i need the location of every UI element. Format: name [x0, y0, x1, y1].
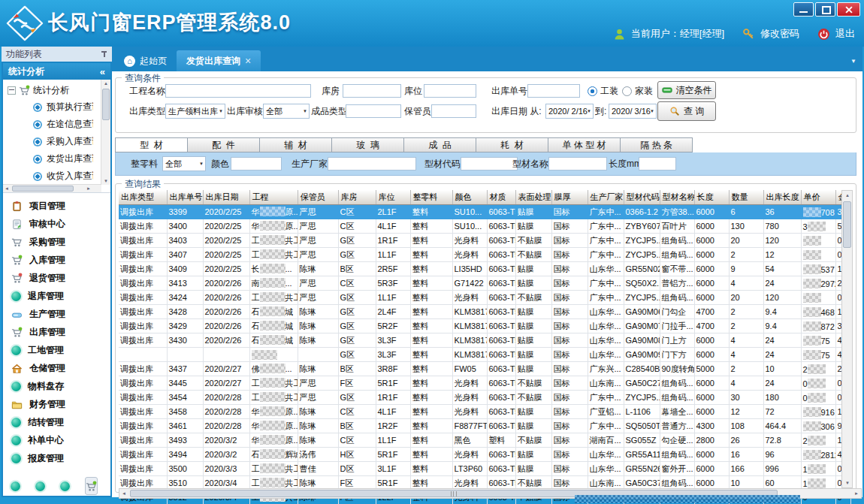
audit-select[interactable]: 全部	[263, 104, 310, 119]
sidebar-menu-item[interactable]: 结转管理	[3, 413, 110, 431]
column-header-whole[interactable]: 整零料	[410, 190, 452, 205]
column-header-project[interactable]: 工程	[249, 190, 298, 205]
clear-conditions-button[interactable]: 清空条件	[657, 81, 716, 99]
sidebar-menu-item[interactable]: 退库管理	[3, 287, 110, 305]
circle-icon[interactable]	[60, 481, 70, 491]
collapse-icon[interactable]	[100, 66, 105, 77]
tree-item[interactable]: 预算执行查询	[3, 98, 110, 116]
sidebar-menu-item[interactable]: 生产管理	[3, 305, 110, 323]
table-row[interactable]: 调拨出库34072020/2/25工共工程严思G区1L1F整料光身料6063-T…	[119, 248, 850, 262]
sidebar-menu-item[interactable]: 采购管理	[3, 233, 110, 251]
location-input[interactable]	[424, 84, 476, 98]
material-tab[interactable]: 玻 璃	[331, 137, 404, 152]
column-header-maker[interactable]: 生产厂家	[588, 190, 624, 205]
table-row[interactable]: 调拨出库34942020/3/2石辉城汤伟H区5R1F整料光身料6063-T5贴…	[119, 448, 850, 462]
stats-shortcut-button[interactable]	[85, 477, 98, 495]
tree-item[interactable]: 收货入库查询	[3, 167, 110, 185]
column-header-date[interactable]: 出库日期	[203, 190, 249, 205]
maximize-button[interactable]	[815, 2, 835, 17]
code-input[interactable]	[461, 157, 518, 171]
table-row[interactable]: 调拨出库34932020/3/2华原...陈琳C区1L1F整料黑色塑料不贴膜国标…	[119, 433, 850, 448]
column-header-wh[interactable]: 库房	[338, 190, 376, 205]
sidebar-menu-item[interactable]: 补单中心	[3, 431, 110, 449]
column-header-keeper[interactable]: 保管员	[298, 190, 338, 205]
tree-expand-icon[interactable]	[8, 86, 16, 95]
material-tab[interactable]: 隔 热 条	[620, 137, 693, 152]
logout-link[interactable]: 退出	[835, 27, 855, 41]
table-row[interactable]: G区3L3F整料KLM38176063-T5贴膜国标山东华...GA90M09.…	[119, 348, 850, 362]
close-button[interactable]	[837, 2, 860, 17]
sidebar-menu-item[interactable]: 报废管理	[3, 449, 110, 467]
table-row[interactable]: 调拨出库34582020/2/28华原...陈琳C区4L1F整料光身料6063-…	[119, 405, 850, 419]
tree-vertical-scrollbar[interactable]: ▲ ▼	[101, 80, 110, 185]
material-tab[interactable]: 单 体 型 材	[548, 137, 621, 152]
product-type-input[interactable]	[346, 104, 401, 118]
sidebar-menu-item[interactable]: 入库管理	[3, 251, 110, 269]
name-input[interactable]	[548, 157, 607, 171]
column-header-name[interactable]: 型材名称	[660, 190, 694, 205]
search-button[interactable]: 查 询	[657, 101, 716, 121]
column-header-surf[interactable]: 表面处理	[515, 190, 551, 205]
column-header-price[interactable]: 单价	[801, 190, 835, 205]
date-from-select[interactable]: 2020/ 2/16	[545, 104, 594, 119]
radio-work-decoration[interactable]: 工装	[588, 84, 618, 98]
sidebar-menu-item[interactable]: 工地管理	[3, 341, 110, 359]
circle-icon[interactable]	[11, 481, 20, 491]
tree-item[interactable]: 在途信息查询[待定]	[3, 116, 110, 133]
table-row[interactable]: 调拨出库34452020/2/27工共工程严思F区5R1F整料光身料6063-T…	[119, 376, 850, 391]
grid-vertical-scrollbar[interactable]: ▲ ▼	[841, 190, 853, 488]
table-row[interactable]: 调拨出库34132020/2/26南...严思C区5R3F整料G71422606…	[119, 276, 850, 291]
tree-item[interactable]: 发货出库查询	[3, 150, 110, 167]
table-row[interactable]: 调拨出库34292020/2/26石城陈琳G区5R2F整料KLM38176063…	[119, 319, 850, 333]
minimize-button[interactable]	[793, 2, 814, 17]
color-input[interactable]	[231, 157, 282, 171]
tab-home[interactable]: 起始页	[114, 50, 177, 71]
sidebar-menu-item[interactable]: 审核中心	[3, 215, 110, 233]
tree-item[interactable]: 采购入库查询	[3, 133, 110, 150]
warehouse-input[interactable]	[343, 84, 401, 98]
date-to-select[interactable]: 2020/ 3/16	[609, 104, 657, 119]
pin-icon[interactable]	[101, 50, 107, 58]
sidebar-menu-item[interactable]: 出库管理	[3, 323, 110, 341]
order-no-input[interactable]	[527, 84, 580, 98]
table-row[interactable]: 调拨出库34302020/2/26石城陈琳G区3L3F整料KLM38176063…	[119, 333, 850, 348]
keeper-input[interactable]	[431, 104, 476, 118]
sidebar-menu-item[interactable]: 仓储管理	[3, 359, 110, 377]
material-tab[interactable]: 辅 材	[259, 137, 332, 152]
column-header-code[interactable]: 型材代码	[624, 190, 660, 205]
out-type-select[interactable]: 生产领料出库	[165, 104, 225, 119]
column-header-film[interactable]: 膜厚	[551, 190, 588, 205]
tree-root[interactable]: 统计分析	[3, 80, 110, 98]
table-row[interactable]: 调拨出库34612020/2/28华原...陈琳B区1R2F整料F8877FT6…	[119, 419, 850, 433]
column-header-color[interactable]: 颜色	[452, 190, 487, 205]
material-tab[interactable]: 耗 材	[476, 137, 548, 152]
sidebar-menu-item[interactable]: 财务管理	[3, 395, 110, 413]
sidebar-menu-item[interactable]: 物料盘存	[3, 377, 110, 395]
tab-shipping-outbound-query[interactable]: 发货出库查询	[177, 50, 261, 71]
whole-select[interactable]: 全部	[162, 156, 206, 171]
material-tab[interactable]: 型 材	[115, 137, 188, 152]
column-header-outlen[interactable]: 出库长度	[763, 190, 801, 205]
project-name-input[interactable]	[165, 84, 311, 98]
change-password-link[interactable]: 修改密码	[760, 27, 799, 41]
table-row[interactable]: 调拨出库33992020/2/25华原...严思C区2L1F整料SU10...6…	[119, 205, 850, 219]
length-input[interactable]	[639, 157, 676, 171]
maker-input[interactable]	[328, 157, 416, 171]
sidebar-menu-item[interactable]: 项目管理	[3, 197, 110, 215]
table-row[interactable]: 调拨出库35002020/3/3工共工程曹佳D区3L1F整料LT3P606063…	[119, 462, 850, 476]
table-row[interactable]: 调拨出库34002020/2/25华原...严思C区4L1F整料SU10...6…	[119, 219, 850, 234]
sidebar-menu-item[interactable]: 退货管理	[3, 269, 110, 287]
material-tab[interactable]: 配 件	[187, 137, 260, 152]
table-row[interactable]: 调拨出库34282020/2/26石城陈琳G区2L4F整料KLM38176063…	[119, 305, 850, 319]
column-header-mat[interactable]: 材质	[487, 190, 515, 205]
column-header-type[interactable]: 出库类型	[119, 190, 167, 205]
tabbar-dropdown-icon[interactable]	[850, 58, 856, 65]
material-tab[interactable]: 成 品	[403, 137, 476, 152]
table-row[interactable]: 调拨出库34372020/2/27佛...陈琳B区3R8F整料FW056063-…	[119, 362, 850, 376]
column-header-len[interactable]: 长度	[694, 190, 729, 205]
tree-horizontal-scrollbar[interactable]: ◄ ►	[3, 184, 101, 192]
table-row[interactable]: 调拨出库34542020/2/28工共工程严思G区1R1F整料光身料6063-T…	[119, 391, 850, 405]
column-header-qty[interactable]: 数量	[729, 190, 763, 205]
table-row[interactable]: 调拨出库34032020/2/25工共工程严思G区1R1F整料光身料6063-T…	[119, 234, 850, 248]
table-row[interactable]: 调拨出库34242020/2/26工共工程严思G区1L1F整料光身料6063-T…	[119, 291, 850, 305]
